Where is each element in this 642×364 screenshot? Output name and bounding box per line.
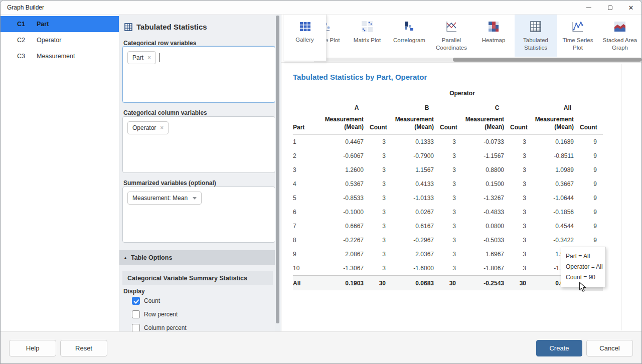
tooltip-line: Part = All	[566, 251, 601, 262]
tab-label: Tabulated Statistics	[516, 37, 556, 52]
value-cell: 0.1903	[322, 276, 370, 291]
variable-chip-measurement-mean[interactable]: Measurement: Mean	[127, 192, 202, 205]
checkbox-column-percent[interactable]: Column percent	[132, 324, 187, 332]
dialog-footer: Help Reset Create Cancel	[1, 331, 641, 364]
checkbox-checked-icon[interactable]	[132, 297, 140, 305]
checkbox-unchecked-icon[interactable]	[132, 310, 140, 318]
value-cell: 0.1333	[392, 135, 440, 149]
sidebar-item-operator[interactable]: C2 Operator	[1, 32, 119, 48]
row-label-cell: 4	[293, 177, 322, 191]
checkbox-row-percent[interactable]: Row percent	[132, 310, 178, 318]
close-button[interactable]: ✕	[620, 1, 641, 15]
tab-gallery[interactable]: Gallery	[283, 15, 327, 61]
table-row: 6-0.100030.02673-0.48333-0.18569	[293, 205, 603, 219]
table-icon	[124, 23, 132, 31]
tab-correlogram[interactable]: Correlogram	[388, 15, 430, 57]
tab-stacked-area-graph[interactable]: Stacked Area Graph	[599, 15, 641, 57]
tabulated-statistics-icon	[529, 20, 542, 33]
graph-builder-window: Graph Builder ✕ C1 Part C2 Operator C3 M…	[0, 0, 642, 364]
cancel-button[interactable]: Cancel	[586, 340, 633, 356]
column-id: C1	[1, 21, 37, 28]
column-id: C3	[1, 53, 37, 60]
panel-title: Tabulated Statistics	[136, 23, 207, 31]
value-cell: 3	[370, 205, 392, 219]
tab-label: Heatmap	[473, 37, 514, 44]
table-row: 31.260031.156730.880031.09899	[293, 163, 603, 177]
value-cell: 3	[510, 247, 532, 261]
mean-header: Measurement(Mean)	[392, 116, 440, 131]
value-cell: -0.0733	[462, 135, 510, 149]
row-label-cell: 2	[293, 149, 322, 163]
statistics-table: Operator A B C All Part Measurement(Mean…	[293, 87, 603, 290]
sidebar-item-measurement[interactable]: C3 Measurement	[1, 48, 119, 64]
row-label-cell: 1	[293, 135, 322, 149]
value-cell: 3	[440, 219, 462, 233]
column-label: Operator	[37, 37, 61, 44]
value-cell: 9	[580, 177, 603, 191]
tab-tabulated-statistics[interactable]: Tabulated Statistics	[515, 15, 557, 57]
value-cell: -0.2543	[462, 276, 510, 291]
gallery-scrollbar-thumb[interactable]	[453, 58, 641, 62]
sidebar-item-part[interactable]: C1 Part	[1, 16, 119, 32]
panel-scrollbar-thumb[interactable]	[276, 16, 279, 323]
value-cell: 1.2600	[322, 163, 370, 177]
value-cell: -1.3067	[322, 261, 370, 275]
panel-scrollbar[interactable]	[275, 15, 280, 331]
value-cell: 3	[370, 191, 392, 205]
summarized-variables-dropzone[interactable]: Measurement: Mean	[122, 187, 275, 243]
value-cell: 3	[440, 149, 462, 163]
value-cell: 3	[440, 233, 462, 247]
value-cell: -0.8511	[532, 149, 580, 163]
remove-chip-icon[interactable]: ×	[147, 55, 151, 61]
tab-matrix-plot[interactable]: Matrix Plot	[346, 15, 388, 57]
maximize-button[interactable]	[599, 1, 620, 15]
value-cell: 3	[370, 219, 392, 233]
value-cell: 0.3667	[532, 177, 580, 191]
value-cell: 0.0683	[392, 276, 440, 291]
value-cell: -0.1000	[322, 205, 370, 219]
value-cell: 3	[370, 247, 392, 261]
value-cell: -0.2267	[322, 233, 370, 247]
value-cell: 30	[370, 276, 392, 291]
row-variables-dropzone[interactable]: Part ×	[122, 46, 275, 103]
value-cell: 3	[510, 261, 532, 275]
checkbox-unchecked-icon[interactable]	[132, 324, 140, 332]
table-options-header[interactable]: ▲ Table Options	[119, 250, 276, 265]
tab-label: Correlogram	[389, 37, 429, 44]
tab-heatmap[interactable]: Heatmap	[472, 15, 515, 57]
value-cell: 2.0867	[322, 247, 370, 261]
gallery-scrollbar[interactable]	[314, 58, 642, 62]
group-a-header: A	[322, 104, 392, 111]
variable-chip-operator[interactable]: Operator ×	[127, 121, 169, 134]
table-row: All0.1903300.068330-0.2543300.001490	[293, 275, 603, 290]
checkbox-label: Count	[144, 297, 160, 304]
help-button[interactable]: Help	[9, 340, 56, 356]
value-cell: -0.4833	[462, 205, 510, 219]
value-cell: 1.0989	[532, 163, 580, 177]
tab-label: Gallery	[295, 37, 313, 43]
value-cell: 3	[440, 205, 462, 219]
column-label: Part	[37, 21, 49, 28]
tab-parallel-coordinates[interactable]: Parallel Coordinates	[430, 15, 472, 57]
value-cell: 0.8800	[462, 163, 510, 177]
variable-chip-part[interactable]: Part ×	[127, 51, 156, 64]
reset-button[interactable]: Reset	[60, 340, 107, 356]
remove-chip-icon[interactable]: ×	[160, 125, 164, 131]
row-label-cell: 8	[293, 233, 322, 247]
minimize-icon	[586, 8, 591, 8]
mouse-cursor-icon	[579, 282, 587, 293]
column-list-sidebar: C1 Part C2 Operator C3 Measurement	[1, 15, 119, 331]
minimize-button[interactable]	[578, 1, 599, 15]
chip-label: Part	[132, 54, 143, 61]
create-button[interactable]: Create	[536, 340, 582, 356]
chevron-down-icon[interactable]	[193, 197, 197, 200]
table-options-label: Table Options	[131, 254, 172, 261]
table-group-header-row: Operator	[293, 87, 603, 100]
column-variables-dropzone[interactable]: Operator ×	[122, 116, 275, 173]
table-row: 5-0.85333-1.01333-1.32673-1.06449	[293, 191, 603, 205]
checkbox-count[interactable]: Count	[132, 297, 160, 305]
tab-time-series-plot[interactable]: Time Series Plot	[557, 15, 599, 57]
value-cell: -0.2967	[392, 233, 440, 247]
time-series-plot-icon	[571, 20, 584, 33]
value-cell: 3	[510, 135, 532, 149]
